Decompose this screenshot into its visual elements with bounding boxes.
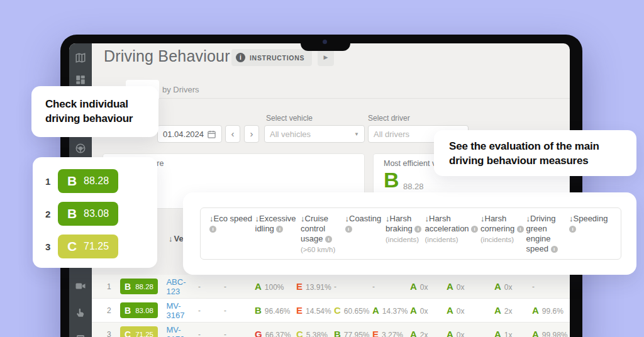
row-rank: 1 xyxy=(107,282,120,291)
info-icon[interactable] xyxy=(569,226,576,233)
info-icon[interactable] xyxy=(471,226,478,233)
measure-column-header[interactable]: Excessive idling xyxy=(255,214,299,259)
cell-value: 66.37% xyxy=(265,331,291,337)
vehicle-select[interactable]: All vehicles xyxy=(264,125,365,143)
ranking-row: 3 C 71.25 xyxy=(45,235,157,258)
dashboard-icon[interactable] xyxy=(75,74,86,86)
measure-cell: - xyxy=(334,282,372,291)
chevron-down-icon xyxy=(354,131,359,137)
cell-value: 96.46% xyxy=(265,307,291,316)
measure-cell: A 99.6% xyxy=(532,305,570,316)
measure-label: Excessive idling xyxy=(255,214,296,233)
calendar-icon xyxy=(207,130,216,139)
measure-cell: E 14.54% xyxy=(296,305,334,316)
cell-grade: C xyxy=(334,305,341,316)
table-row[interactable]: 2 B 83.08 MV-3167 - xyxy=(92,299,570,323)
cell-value: - xyxy=(372,282,375,291)
video-camera-icon[interactable] xyxy=(75,280,86,292)
grade-score: 83.08 xyxy=(135,307,153,314)
callout-right-line1: See the evaluation of the main xyxy=(449,139,636,153)
measure-column-header[interactable]: Driving green engine speed xyxy=(526,214,568,259)
vehicle-filter-label: Select vehicle xyxy=(266,114,313,123)
table-row[interactable]: 1 B 88.28 ABC-123 - xyxy=(92,275,570,299)
cell-grade: E xyxy=(296,281,303,292)
measure-cell: - xyxy=(224,306,255,315)
tab-by-drivers[interactable]: by Drivers xyxy=(162,85,199,94)
measure-column-header[interactable]: Harsh cornering (incidents) xyxy=(480,214,525,259)
cell-value: 0x xyxy=(457,331,465,337)
measure-cell: A 0x xyxy=(494,281,532,292)
vehicle-link[interactable]: MV-3170 xyxy=(166,325,198,337)
info-icon[interactable] xyxy=(209,226,216,233)
measure-column-header[interactable]: Eco speed xyxy=(209,214,253,259)
prev-day-button[interactable]: ‹ xyxy=(225,125,240,143)
row-rank: 2 xyxy=(107,306,120,315)
info-icon[interactable] xyxy=(325,236,332,243)
info-icon xyxy=(236,53,245,62)
measure-cell: A 1x xyxy=(494,329,532,337)
next-day-button[interactable]: › xyxy=(244,125,259,143)
cell-value: - xyxy=(198,282,201,291)
play-button[interactable] xyxy=(318,49,334,66)
info-icon[interactable] xyxy=(517,226,524,233)
row-grade-badge: B 88.28 xyxy=(120,279,158,294)
cell-value: - xyxy=(224,306,226,315)
date-value: 01.04.2024 xyxy=(163,130,204,139)
measure-column-header[interactable]: Coasting xyxy=(345,214,384,259)
cell-grade: A xyxy=(494,329,501,337)
cell-value: 1x xyxy=(504,331,513,337)
measure-column-header[interactable]: Harsh braking (incidents) xyxy=(386,214,423,259)
cell-value: - xyxy=(334,282,336,291)
ranking-row: 2 B 83.08 xyxy=(45,202,157,226)
cell-value: 5.38% xyxy=(306,331,328,337)
cell-value: 0x xyxy=(420,307,428,316)
driver-ranking-card: 1 B 88.28 2 B 83.08 3 C 71.25 xyxy=(33,157,157,268)
measure-cell: A 0x xyxy=(410,305,447,316)
measure-cell: G 66.37% xyxy=(255,329,296,337)
vehicle-link[interactable]: MV-3167 xyxy=(166,301,198,320)
measure-sub-label: (>60 km/h) xyxy=(301,245,343,255)
cell-value: 2x xyxy=(420,331,428,337)
measure-cell: - xyxy=(198,282,224,291)
vehicle-link[interactable]: ABC-123 xyxy=(166,277,198,296)
info-icon[interactable] xyxy=(414,226,421,233)
grade-score: 88.28 xyxy=(135,283,153,290)
vehicles-table: 1 B 88.28 ABC-123 - xyxy=(92,275,570,337)
info-icon[interactable] xyxy=(345,226,352,233)
info-icon[interactable] xyxy=(551,246,558,253)
date-picker[interactable]: 01.04.2024 xyxy=(157,125,222,143)
cell-grade: A xyxy=(255,281,262,292)
measure-sub-label: (incidents) xyxy=(386,235,423,245)
measure-cell: A 99.98% xyxy=(532,329,570,337)
cell-grade: E xyxy=(296,305,303,316)
driver-select-value: All drivers xyxy=(374,130,409,139)
ranking-grade-badge: B 88.28 xyxy=(58,169,118,193)
measure-label: Eco speed xyxy=(209,214,252,223)
measure-column-header[interactable]: Harsh acceleration (incidents) xyxy=(425,214,479,259)
driver-filter-label: Select driver xyxy=(368,114,410,123)
measure-cell: E 13.91% xyxy=(296,281,334,292)
cell-grade: A xyxy=(447,329,453,337)
measure-sub-label: (incidents) xyxy=(425,235,479,245)
instructions-button[interactable]: INSTRUCTIONS xyxy=(231,49,312,66)
measure-column-header[interactable]: Speeding xyxy=(569,214,612,259)
info-icon[interactable] xyxy=(276,226,283,233)
steering-wheel-icon[interactable] xyxy=(75,143,86,154)
cell-value: 0x xyxy=(457,307,465,316)
measure-column-header[interactable]: Cruise control usage (>60 km/h) xyxy=(301,214,343,259)
callout-right-line2: driving behaviour measures xyxy=(449,153,636,168)
measure-cell: B 96.46% xyxy=(255,305,296,316)
table-row[interactable]: 3 C 71.25 MV-3170 - xyxy=(92,323,570,337)
ranking-grade-score: 83.08 xyxy=(84,208,109,219)
marketing-background: Driving Behaviour INSTRUCTIONS by Driver… xyxy=(0,0,644,337)
driving-gestures-icon[interactable] xyxy=(75,307,86,318)
truck-icon[interactable] xyxy=(75,333,86,337)
ranking-grade-score: 88.28 xyxy=(84,175,109,187)
cell-value: - xyxy=(198,306,201,315)
measure-cells: - - G 66.37% xyxy=(198,329,570,337)
cell-value: 0x xyxy=(457,283,465,292)
ranking-grade-letter: B xyxy=(67,174,77,189)
map-icon[interactable] xyxy=(75,52,86,64)
cell-grade: C xyxy=(296,329,303,337)
measure-cell: - xyxy=(224,330,255,337)
